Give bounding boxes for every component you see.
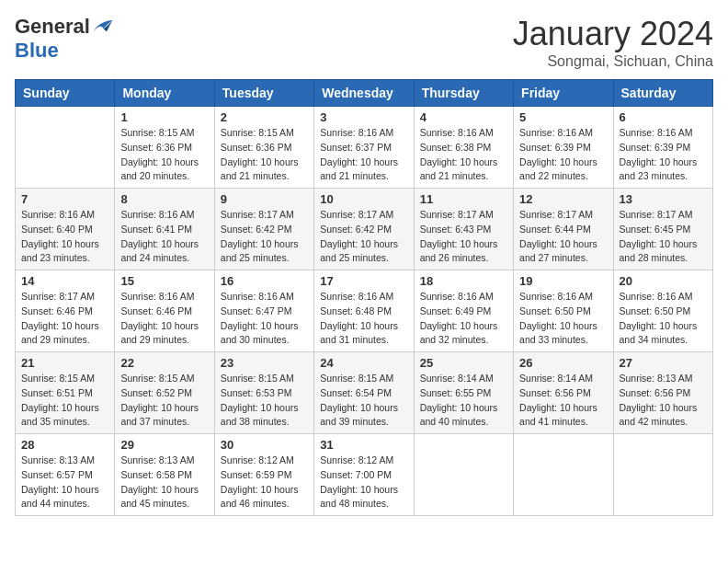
day-number: 31 [320, 438, 407, 452]
calendar-cell: 18Sunrise: 8:16 AM Sunset: 6:49 PM Dayli… [414, 270, 513, 352]
calendar-cell [514, 434, 613, 516]
day-info: Sunrise: 8:15 AM Sunset: 6:51 PM Dayligh… [21, 372, 108, 430]
calendar-cell: 3Sunrise: 8:16 AM Sunset: 6:37 PM Daylig… [314, 107, 414, 189]
logo-blue-text: Blue [15, 39, 59, 63]
day-number: 24 [320, 356, 407, 370]
day-info: Sunrise: 8:17 AM Sunset: 6:42 PM Dayligh… [320, 208, 407, 266]
day-info: Sunrise: 8:14 AM Sunset: 6:56 PM Dayligh… [519, 372, 607, 430]
calendar-cell [613, 434, 712, 516]
calendar-cell: 24Sunrise: 8:15 AM Sunset: 6:54 PM Dayli… [314, 352, 414, 434]
day-info: Sunrise: 8:15 AM Sunset: 6:54 PM Dayligh… [320, 372, 407, 430]
day-info: Sunrise: 8:16 AM Sunset: 6:37 PM Dayligh… [320, 126, 407, 184]
header-day-saturday: Saturday [613, 80, 712, 107]
day-info: Sunrise: 8:15 AM Sunset: 6:53 PM Dayligh… [221, 372, 308, 430]
calendar-cell: 29Sunrise: 8:13 AM Sunset: 6:58 PM Dayli… [115, 434, 214, 516]
calendar-cell: 12Sunrise: 8:17 AM Sunset: 6:44 PM Dayli… [514, 189, 613, 270]
calendar-cell: 2Sunrise: 8:15 AM Sunset: 6:36 PM Daylig… [214, 107, 313, 189]
calendar-cell: 11Sunrise: 8:17 AM Sunset: 6:43 PM Dayli… [414, 189, 513, 270]
logo-bird-icon [92, 17, 114, 36]
day-number: 17 [320, 274, 407, 288]
day-number: 11 [420, 192, 507, 206]
day-number: 30 [221, 438, 308, 452]
header-day-wednesday: Wednesday [314, 80, 414, 107]
header-day-friday: Friday [514, 80, 613, 107]
calendar-cell: 16Sunrise: 8:16 AM Sunset: 6:47 PM Dayli… [214, 270, 313, 352]
calendar-table: SundayMondayTuesdayWednesdayThursdayFrid… [15, 79, 713, 516]
day-number: 1 [120, 110, 208, 124]
day-number: 16 [221, 274, 308, 288]
day-info: Sunrise: 8:13 AM Sunset: 6:57 PM Dayligh… [21, 454, 108, 511]
day-info: Sunrise: 8:15 AM Sunset: 6:36 PM Dayligh… [221, 126, 308, 184]
calendar-cell: 6Sunrise: 8:16 AM Sunset: 6:39 PM Daylig… [613, 107, 712, 189]
day-info: Sunrise: 8:16 AM Sunset: 6:48 PM Dayligh… [320, 290, 407, 348]
day-info: Sunrise: 8:16 AM Sunset: 6:38 PM Dayligh… [420, 126, 507, 184]
calendar-cell: 9Sunrise: 8:17 AM Sunset: 6:42 PM Daylig… [214, 189, 313, 270]
day-number: 12 [519, 192, 607, 206]
day-info: Sunrise: 8:16 AM Sunset: 6:49 PM Dayligh… [420, 290, 507, 348]
day-number: 4 [420, 110, 507, 124]
calendar-week-2: 7Sunrise: 8:16 AM Sunset: 6:40 PM Daylig… [16, 189, 713, 270]
day-number: 7 [21, 192, 108, 206]
calendar-cell: 21Sunrise: 8:15 AM Sunset: 6:51 PM Dayli… [16, 352, 115, 434]
day-number: 5 [519, 110, 607, 124]
day-info: Sunrise: 8:14 AM Sunset: 6:55 PM Dayligh… [420, 372, 507, 430]
day-info: Sunrise: 8:16 AM Sunset: 6:50 PM Dayligh… [519, 290, 607, 348]
day-info: Sunrise: 8:16 AM Sunset: 6:50 PM Dayligh… [620, 290, 707, 348]
day-number: 29 [120, 438, 208, 452]
calendar-header-row: SundayMondayTuesdayWednesdayThursdayFrid… [16, 80, 713, 107]
calendar-cell: 25Sunrise: 8:14 AM Sunset: 6:55 PM Dayli… [414, 352, 513, 434]
calendar-cell [414, 434, 513, 516]
calendar-week-4: 21Sunrise: 8:15 AM Sunset: 6:51 PM Dayli… [16, 352, 713, 434]
day-number: 2 [221, 110, 308, 124]
header-day-thursday: Thursday [414, 80, 513, 107]
day-number: 20 [620, 274, 707, 288]
day-info: Sunrise: 8:17 AM Sunset: 6:45 PM Dayligh… [620, 208, 707, 266]
day-number: 19 [519, 274, 607, 288]
day-number: 28 [21, 438, 108, 452]
calendar-cell [16, 107, 115, 189]
header-day-sunday: Sunday [16, 80, 115, 107]
calendar-cell: 27Sunrise: 8:13 AM Sunset: 6:56 PM Dayli… [613, 352, 712, 434]
day-number: 27 [620, 356, 707, 370]
calendar-cell: 14Sunrise: 8:17 AM Sunset: 6:46 PM Dayli… [16, 270, 115, 352]
calendar-cell: 19Sunrise: 8:16 AM Sunset: 6:50 PM Dayli… [514, 270, 613, 352]
day-number: 14 [21, 274, 108, 288]
day-number: 15 [120, 274, 208, 288]
calendar-cell: 7Sunrise: 8:16 AM Sunset: 6:40 PM Daylig… [16, 189, 115, 270]
title-block: January 2024 Songmai, Sichuan, China [513, 15, 713, 70]
day-info: Sunrise: 8:17 AM Sunset: 6:44 PM Dayligh… [519, 208, 607, 266]
calendar-week-5: 28Sunrise: 8:13 AM Sunset: 6:57 PM Dayli… [16, 434, 713, 516]
day-number: 23 [221, 356, 308, 370]
calendar-cell: 20Sunrise: 8:16 AM Sunset: 6:50 PM Dayli… [613, 270, 712, 352]
day-number: 13 [620, 192, 707, 206]
page-header: General Blue January 2024 Songmai, Sichu… [15, 15, 713, 70]
day-info: Sunrise: 8:12 AM Sunset: 6:59 PM Dayligh… [221, 454, 308, 511]
day-number: 21 [21, 356, 108, 370]
calendar-cell: 4Sunrise: 8:16 AM Sunset: 6:38 PM Daylig… [414, 107, 513, 189]
calendar-cell: 22Sunrise: 8:15 AM Sunset: 6:52 PM Dayli… [115, 352, 214, 434]
calendar-cell: 5Sunrise: 8:16 AM Sunset: 6:39 PM Daylig… [514, 107, 613, 189]
logo: General Blue [15, 15, 114, 63]
calendar-cell: 17Sunrise: 8:16 AM Sunset: 6:48 PM Dayli… [314, 270, 414, 352]
calendar-cell: 13Sunrise: 8:17 AM Sunset: 6:45 PM Dayli… [613, 189, 712, 270]
calendar-cell: 28Sunrise: 8:13 AM Sunset: 6:57 PM Dayli… [16, 434, 115, 516]
calendar-cell: 30Sunrise: 8:12 AM Sunset: 6:59 PM Dayli… [214, 434, 313, 516]
day-number: 22 [120, 356, 208, 370]
day-info: Sunrise: 8:12 AM Sunset: 7:00 PM Dayligh… [320, 454, 407, 511]
day-info: Sunrise: 8:15 AM Sunset: 6:36 PM Dayligh… [120, 126, 208, 184]
day-info: Sunrise: 8:17 AM Sunset: 6:46 PM Dayligh… [21, 290, 108, 348]
day-info: Sunrise: 8:16 AM Sunset: 6:41 PM Dayligh… [120, 208, 208, 266]
calendar-cell: 23Sunrise: 8:15 AM Sunset: 6:53 PM Dayli… [214, 352, 313, 434]
day-number: 9 [221, 192, 308, 206]
calendar-week-1: 1Sunrise: 8:15 AM Sunset: 6:36 PM Daylig… [16, 107, 713, 189]
location-subtitle: Songmai, Sichuan, China [513, 53, 713, 70]
header-day-tuesday: Tuesday [214, 80, 313, 107]
calendar-cell: 8Sunrise: 8:16 AM Sunset: 6:41 PM Daylig… [115, 189, 214, 270]
day-info: Sunrise: 8:17 AM Sunset: 6:43 PM Dayligh… [420, 208, 507, 266]
month-title: January 2024 [513, 15, 713, 53]
day-info: Sunrise: 8:13 AM Sunset: 6:56 PM Dayligh… [620, 372, 707, 430]
day-info: Sunrise: 8:17 AM Sunset: 6:42 PM Dayligh… [221, 208, 308, 266]
logo-general-text: General [15, 15, 90, 39]
header-day-monday: Monday [115, 80, 214, 107]
day-info: Sunrise: 8:15 AM Sunset: 6:52 PM Dayligh… [120, 372, 208, 430]
